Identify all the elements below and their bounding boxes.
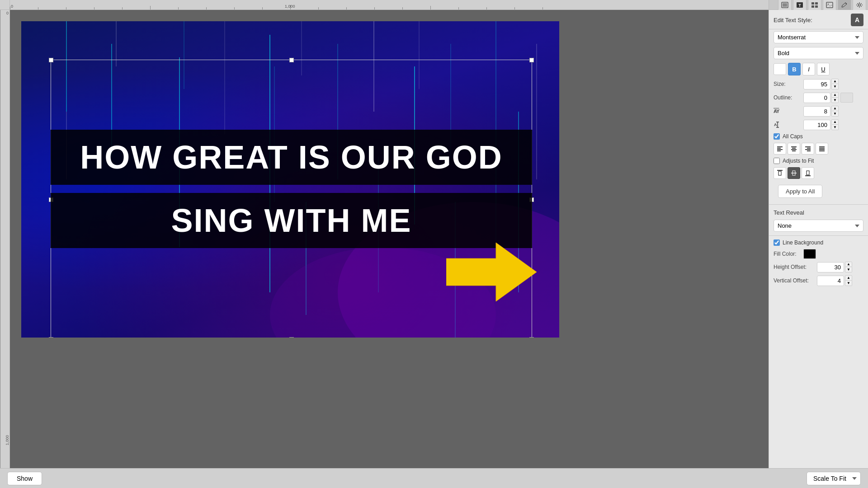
scale-dropdown[interactable]: Scale To Fit bbox=[807, 472, 861, 485]
text-style-icon-button[interactable]: A bbox=[851, 14, 863, 26]
tracking-input[interactable] bbox=[803, 106, 830, 117]
align-justify-button[interactable] bbox=[816, 143, 828, 155]
size-input[interactable] bbox=[803, 79, 830, 89]
canvas[interactable]: HOW GREAT IS OUR GOD SING WITH ME bbox=[21, 21, 559, 338]
underline-button[interactable]: U bbox=[817, 63, 830, 75]
align-right-button[interactable] bbox=[802, 143, 814, 155]
tracking-stepper[interactable]: ▲ ▼ bbox=[831, 106, 839, 117]
vertical-offset-input[interactable] bbox=[817, 276, 844, 286]
edit-text-style-label: Edit Text Style: bbox=[774, 17, 812, 23]
svg-rect-56 bbox=[778, 171, 781, 175]
valign-top-button[interactable] bbox=[774, 167, 786, 179]
svg-rect-60 bbox=[807, 171, 809, 175]
svg-rect-6 bbox=[811, 5, 814, 8]
text-color-swatch[interactable] bbox=[774, 63, 786, 75]
adjusts-to-fit-checkbox[interactable] bbox=[774, 158, 780, 164]
outline-input[interactable] bbox=[803, 93, 830, 103]
bottom-bar: Show Scale To Fit bbox=[0, 468, 868, 488]
height-offset-label: Height Offset: bbox=[774, 264, 814, 270]
svg-marker-34 bbox=[446, 243, 537, 301]
font-family-dropdown[interactable]: Montserrat bbox=[774, 31, 863, 43]
bold-button[interactable]: B bbox=[788, 63, 801, 75]
vertical-offset-up[interactable]: ▲ bbox=[845, 275, 852, 281]
lyric-line2: SING WITH ME bbox=[171, 202, 412, 239]
ruler-top: 0 1,000 bbox=[10, 0, 769, 10]
vertical-offset-label: Vertical Offset: bbox=[774, 277, 814, 284]
ruler-v-mark-1000: 1,000 bbox=[5, 435, 9, 446]
apply-to-all-container: Apply to All bbox=[769, 180, 868, 202]
outline-label: Outline: bbox=[774, 94, 801, 101]
text-block-line2[interactable]: SING WITH ME bbox=[51, 193, 532, 248]
adjusts-to-fit-label[interactable]: Adjusts to Fit bbox=[783, 158, 814, 164]
svg-rect-7 bbox=[815, 5, 818, 8]
text-reveal-title: Text Reveal bbox=[769, 206, 868, 218]
size-stepper[interactable]: ▲ ▼ bbox=[831, 79, 839, 89]
vertical-offset-down[interactable]: ▼ bbox=[845, 281, 852, 286]
font-family-row: Montserrat bbox=[769, 29, 868, 45]
ruler-v-mark-0: 0 bbox=[6, 11, 9, 15]
panel-toolbar: T bbox=[769, 0, 868, 10]
align-row bbox=[769, 141, 868, 156]
svg-point-10 bbox=[859, 4, 861, 6]
tracking-up[interactable]: ▲ bbox=[831, 106, 839, 111]
italic-button[interactable]: I bbox=[802, 63, 815, 75]
fill-color-swatch[interactable] bbox=[803, 249, 816, 259]
tracking-row: AY ▲ ▼ bbox=[769, 104, 868, 118]
edit-text-style-header: Edit Text Style: A bbox=[769, 10, 868, 29]
valign-middle-button[interactable] bbox=[788, 167, 800, 179]
leading-label: A bbox=[774, 121, 801, 128]
svg-text:A: A bbox=[774, 122, 777, 127]
icon-image[interactable] bbox=[823, 0, 836, 11]
format-buttons-row: B I U bbox=[769, 61, 868, 77]
canvas-area: HOW GREAT IS OUR GOD SING WITH ME bbox=[10, 10, 769, 468]
icon-slide[interactable] bbox=[778, 0, 792, 11]
icon-settings[interactable] bbox=[853, 0, 866, 11]
size-label: Size: bbox=[774, 81, 801, 87]
adjusts-to-fit-row: Adjusts to Fit bbox=[769, 156, 868, 166]
vertical-offset-stepper[interactable]: ▲ ▼ bbox=[845, 275, 852, 286]
height-offset-stepper[interactable]: ▲ ▼ bbox=[845, 262, 852, 272]
right-panel: Edit Text Style: A Montserrat Bold bbox=[769, 10, 868, 468]
icon-text-format[interactable]: T bbox=[793, 0, 807, 11]
all-caps-label[interactable]: All Caps bbox=[783, 133, 803, 140]
icon-grid[interactable] bbox=[808, 0, 821, 11]
font-weight-row: Bold bbox=[769, 45, 868, 61]
height-offset-down[interactable]: ▼ bbox=[845, 267, 852, 272]
height-offset-up[interactable]: ▲ bbox=[845, 262, 852, 267]
size-up[interactable]: ▲ bbox=[831, 79, 839, 84]
leading-down[interactable]: ▼ bbox=[831, 125, 839, 130]
vertical-offset-row: Vertical Offset: ▲ ▼ bbox=[769, 274, 868, 287]
lyric-line1: HOW GREAT IS OUR GOD bbox=[80, 139, 503, 175]
all-caps-row: All Caps bbox=[769, 131, 868, 141]
text-block-line1[interactable]: HOW GREAT IS OUR GOD bbox=[51, 130, 532, 185]
show-button[interactable]: Show bbox=[7, 472, 42, 485]
fill-color-label: Fill Color: bbox=[774, 251, 801, 257]
outline-down[interactable]: ▼ bbox=[831, 98, 839, 103]
all-caps-checkbox[interactable] bbox=[774, 133, 780, 140]
size-row: Size: ▲ ▼ bbox=[769, 77, 868, 91]
outline-up[interactable]: ▲ bbox=[831, 92, 839, 98]
yellow-arrow bbox=[446, 243, 537, 301]
font-weight-dropdown[interactable]: Bold bbox=[774, 47, 863, 59]
svg-rect-5 bbox=[815, 2, 818, 5]
valign-bottom-button[interactable] bbox=[802, 167, 814, 179]
tracking-down[interactable]: ▼ bbox=[831, 111, 839, 117]
apply-to-all-button[interactable]: Apply to All bbox=[778, 185, 822, 198]
size-down[interactable]: ▼ bbox=[831, 84, 839, 89]
leading-up[interactable]: ▲ bbox=[831, 119, 839, 125]
outline-stepper[interactable]: ▲ ▼ bbox=[831, 92, 839, 103]
line-background-checkbox[interactable] bbox=[774, 239, 780, 246]
align-center-button[interactable] bbox=[788, 143, 800, 155]
scale-dropdown-wrap: Scale To Fit bbox=[807, 472, 861, 485]
line-background-label[interactable]: Line Background bbox=[783, 239, 823, 246]
outline-color-swatch[interactable] bbox=[840, 93, 853, 103]
text-reveal-dropdown[interactable]: None bbox=[774, 220, 863, 232]
icon-edit[interactable] bbox=[838, 0, 851, 11]
align-left-button[interactable] bbox=[774, 143, 786, 155]
valign-row bbox=[769, 166, 868, 180]
leading-input[interactable] bbox=[803, 120, 830, 130]
height-offset-row: Height Offset: ▲ ▼ bbox=[769, 260, 868, 274]
leading-stepper[interactable]: ▲ ▼ bbox=[831, 119, 839, 130]
height-offset-input[interactable] bbox=[817, 262, 844, 272]
ruler-mark-0: 0 bbox=[11, 4, 13, 9]
